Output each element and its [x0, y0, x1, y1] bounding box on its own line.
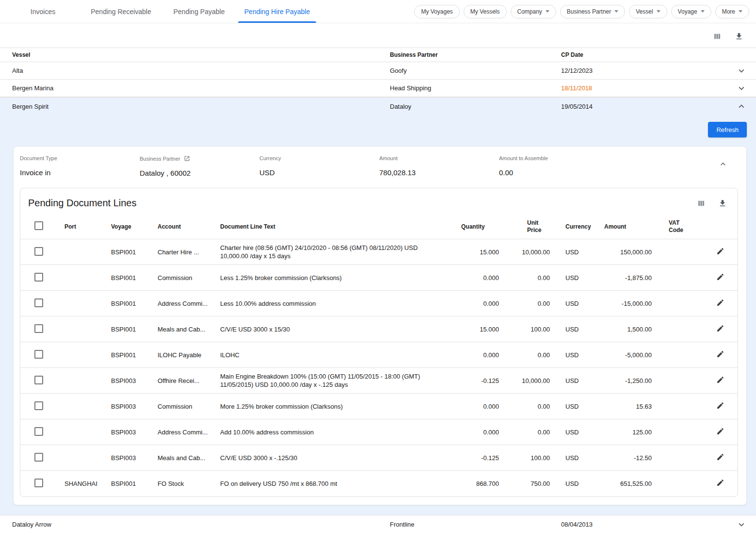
expand-row-button[interactable]: [727, 83, 756, 94]
tab[interactable]: Pending Receivable: [82, 0, 160, 23]
row-checkbox[interactable]: [34, 427, 43, 436]
vessel-row[interactable]: Dataloy Arrow Frontline 08/04/2013: [0, 515, 756, 534]
edit-line-button[interactable]: [716, 479, 724, 487]
line-vat-code: [652, 291, 703, 316]
line-unit-price: 100.00: [499, 316, 550, 342]
edit-line-button[interactable]: [716, 453, 724, 461]
line-account: Commission: [158, 265, 220, 291]
filter-chip[interactable]: Voyage: [671, 5, 711, 18]
line-quantity: 15.000: [461, 239, 499, 265]
document-line-row: BSPI001 Address Commi... Less 10.00% add…: [20, 291, 738, 316]
line-voyage: BSPI001: [111, 471, 158, 497]
pencil-icon: [716, 401, 724, 410]
line-amount: -1,250.00: [604, 368, 652, 394]
row-checkbox[interactable]: [34, 401, 43, 410]
business-partner-value: Dataloy , 60002: [140, 169, 259, 177]
line-voyage: BSPI001: [111, 265, 158, 291]
line-text: C/V/E USD 3000 x -.125/30: [220, 445, 461, 471]
line-quantity: 0.000: [461, 419, 499, 445]
filter-chip[interactable]: Vessel: [629, 5, 667, 18]
line-text: FO on delivery USD 750 /mt x 868.700 mt: [220, 471, 461, 497]
row-checkbox[interactable]: [34, 247, 43, 256]
vessel-cp-date: 08/04/2013: [561, 521, 727, 528]
filter-chip[interactable]: Company: [511, 5, 556, 18]
chevron-down-icon: [546, 10, 549, 13]
tab[interactable]: Pending Hire Payable: [238, 0, 316, 23]
columns-icon[interactable]: [697, 199, 706, 208]
vessel-cp-date: 18/11/2018: [561, 84, 727, 92]
open-in-new-icon[interactable]: [184, 155, 190, 162]
edit-line-button[interactable]: [716, 427, 724, 435]
download-icon[interactable]: [718, 199, 727, 208]
vessel-row[interactable]: Bergen Marina Head Shipping 18/11/2018: [0, 80, 756, 97]
amount-label: Amount: [379, 155, 499, 161]
pencil-icon: [716, 273, 724, 281]
chevron-down-icon: [736, 66, 747, 76]
line-currency: USD: [550, 394, 604, 419]
amount-field: Amount 780,028.13: [379, 155, 499, 177]
line-voyage: BSPI001: [111, 342, 158, 368]
edit-line-button[interactable]: [716, 298, 724, 307]
pending-document-lines-card: Pending Document Lines: [20, 188, 738, 497]
document-line-row: BSPI003 Commission More 1.25% broker com…: [20, 394, 738, 419]
row-checkbox[interactable]: [34, 324, 43, 333]
line-port: [64, 445, 111, 471]
vessel-row[interactable]: Alta Goofy 12/12/2023: [0, 62, 756, 80]
filter-chip[interactable]: My Voyages: [414, 5, 459, 18]
filter-chip[interactable]: Business Partner: [560, 5, 625, 18]
account-column-header: Account: [158, 215, 220, 239]
filter-chip-label: More: [722, 8, 735, 15]
chevron-up-icon: [718, 159, 728, 169]
edit-line-button[interactable]: [716, 273, 724, 281]
line-account: Meals and Cab...: [158, 316, 220, 342]
row-checkbox[interactable]: [34, 298, 43, 307]
row-checkbox[interactable]: [34, 453, 43, 462]
edit-line-button[interactable]: [716, 324, 724, 332]
select-all-checkbox[interactable]: [34, 221, 43, 230]
tab-strip: Invoices Pending Receivable Pending Paya…: [4, 0, 316, 23]
expand-row-button[interactable]: [727, 519, 756, 530]
chevron-down-icon: [614, 10, 618, 13]
line-account: ILOHC Payable: [158, 342, 220, 368]
row-checkbox[interactable]: [34, 376, 43, 384]
vessel-row[interactable]: Bergen Spirit Dataloy 19/05/2014: [0, 98, 756, 115]
vat-code-column-header: VAT Code: [652, 215, 703, 239]
line-text: Main Engine Breakdown 100% (15:00 (GMT) …: [220, 368, 461, 394]
line-text: ILOHC: [220, 342, 461, 368]
line-port: [64, 291, 111, 316]
line-account: FO Stock: [158, 471, 220, 497]
vessel-business-partner: Goofy: [390, 67, 561, 74]
edit-line-button[interactable]: [716, 350, 724, 358]
edit-line-button[interactable]: [716, 376, 724, 384]
vessel-name: Bergen Marina: [0, 84, 390, 92]
expand-row-button[interactable]: [727, 66, 756, 76]
line-text: Add 10.00% address commission: [220, 419, 461, 445]
edit-line-button[interactable]: [716, 401, 724, 410]
line-text: C/V/E USD 3000 x 15/30: [220, 316, 461, 342]
line-vat-code: [652, 239, 703, 265]
row-checkbox[interactable]: [34, 479, 43, 487]
collapse-row-button[interactable]: [727, 101, 756, 112]
filter-chip-label: My Vessels: [470, 8, 500, 15]
filter-chip[interactable]: More: [715, 5, 749, 18]
tab[interactable]: Invoices: [4, 0, 82, 23]
filter-chip[interactable]: My Vessels: [464, 5, 507, 18]
row-checkbox[interactable]: [34, 273, 43, 282]
pencil-icon: [716, 350, 724, 358]
line-amount: -5,000.00: [604, 342, 652, 368]
line-unit-price: 0.00: [499, 265, 550, 291]
line-account: Commission: [158, 394, 220, 419]
line-currency: USD: [550, 419, 604, 445]
line-vat-code: [652, 419, 703, 445]
document-line-row: SHANGHAI BSPI001 FO Stock FO on delivery…: [20, 471, 738, 497]
collapse-document-button[interactable]: [718, 159, 728, 169]
line-account: Offhire Recei...: [158, 368, 220, 394]
download-icon[interactable]: [735, 32, 743, 41]
line-currency: USD: [550, 316, 604, 342]
refresh-button[interactable]: Refresh: [708, 122, 747, 137]
edit-line-button[interactable]: [716, 247, 724, 255]
line-amount: 651,525.00: [604, 471, 652, 497]
row-checkbox[interactable]: [34, 350, 43, 359]
columns-icon[interactable]: [713, 32, 722, 41]
tab[interactable]: Pending Payable: [160, 0, 238, 23]
